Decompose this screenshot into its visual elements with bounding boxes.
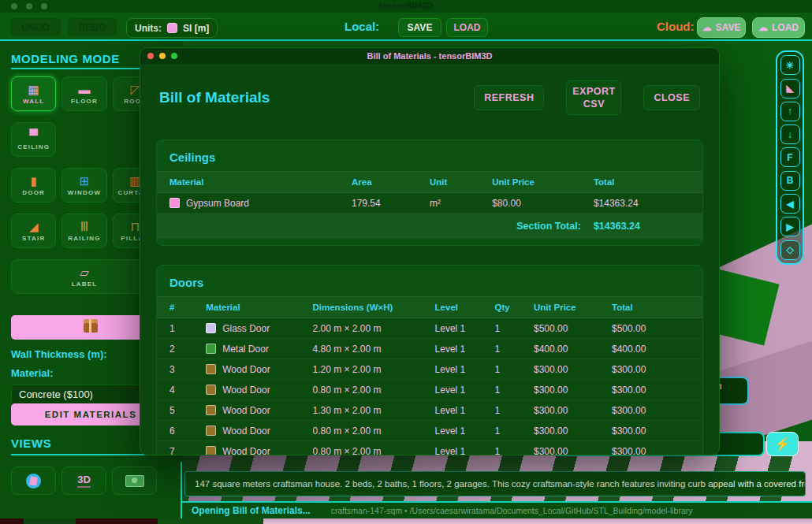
- material-swatch: [206, 405, 216, 415]
- close-button[interactable]: CLOSE: [643, 85, 700, 110]
- export-csv-button[interactable]: EXPORT CSV: [566, 80, 621, 116]
- rotate-left-button[interactable]: ◀: [780, 194, 800, 214]
- view-controls-toolbar: ☀◣↑↓FB◀▶◇: [776, 50, 804, 265]
- total-cell: $14363.24: [594, 198, 690, 209]
- material-name: Gypsum Board: [186, 198, 249, 209]
- move-down-button[interactable]: ↓: [780, 124, 800, 144]
- column-header: Material: [169, 177, 352, 187]
- tool-label: FLOOR: [71, 98, 98, 105]
- column-header: Material: [206, 303, 312, 312]
- bottom-panel: 147 square meters craftsman house. 2 bed…: [181, 462, 812, 518]
- back-view-button[interactable]: B: [780, 171, 800, 191]
- views-row: 3D: [11, 466, 157, 495]
- ceiling-icon: ▀: [29, 129, 38, 141]
- redo-button[interactable]: REDO: [67, 17, 117, 37]
- local-load-button[interactable]: LOAD: [446, 18, 488, 37]
- modal-header: Bill of Materials REFRESH EXPORT CSV CLO…: [140, 64, 719, 132]
- material-name: Wood Door: [222, 385, 270, 396]
- material-swatch: [169, 198, 180, 208]
- tool-floor[interactable]: ▬FLOOR: [61, 76, 106, 111]
- modal-actions: REFRESH EXPORT CSV CLOSE: [474, 80, 700, 116]
- modal-window-title: Bill of Materials - tensorBIM3D: [140, 51, 719, 61]
- units-label: Units:: [135, 23, 162, 34]
- tool-window[interactable]: ⊞WINDOW: [61, 168, 106, 203]
- level-cell: Level 1: [435, 385, 495, 396]
- cloud-save-button[interactable]: ☁ SAVE: [697, 17, 746, 38]
- material-swatch: [206, 446, 216, 455]
- move-up-button[interactable]: ↑: [780, 102, 800, 121]
- cost-view-button[interactable]: [112, 466, 157, 495]
- model-description: 147 square meters craftsman house. 2 bed…: [184, 471, 806, 496]
- units-checkbox[interactable]: [167, 23, 177, 33]
- app-title: tensorBIM3D: [0, 1, 812, 10]
- material-swatch: [206, 323, 216, 333]
- qty-cell: 1: [494, 364, 534, 375]
- box-icon: [84, 323, 98, 333]
- tool-wall[interactable]: ▦WALL: [11, 76, 56, 111]
- ceilings-title: Ceilings: [157, 140, 702, 171]
- material-name: Wood Door: [222, 426, 270, 437]
- level-cell: Level 1: [435, 405, 495, 416]
- doors-title: Doors: [157, 266, 702, 296]
- material-cell: Wood Door: [206, 364, 312, 375]
- tool-door[interactable]: ▮DOOR: [11, 168, 56, 203]
- tool-label: WALL: [23, 98, 44, 105]
- material-swatch: [206, 344, 216, 354]
- tool-railing[interactable]: ⅢRAILING: [61, 214, 106, 248]
- unit-price-cell: $300.00: [534, 385, 612, 396]
- sun-button[interactable]: ☀: [780, 55, 800, 75]
- pillar-icon: Π: [131, 221, 140, 232]
- status-path: craftsman-147-sqm • /Users/caesarwiratam…: [331, 506, 693, 515]
- local-label: Local:: [345, 20, 379, 33]
- unit-price-cell: $300.00: [534, 426, 612, 437]
- refresh-button[interactable]: REFRESH: [474, 85, 544, 110]
- material-cell: Wood Door: [206, 446, 312, 456]
- os-titlebar: tensorBIM3D: [0, 0, 812, 13]
- unit-price-cell: $300.00: [534, 405, 612, 416]
- table-row: 3Wood Door1.20 m × 2.00 mLevel 11$300.00…: [157, 359, 702, 380]
- qty-cell: 1: [494, 385, 534, 396]
- doors-section: Doors #MaterialDimensions (W×H)LevelQtyU…: [156, 265, 703, 455]
- local-save-button[interactable]: SAVE: [398, 18, 441, 37]
- desktop-segment: [0, 518, 24, 524]
- modal-heading: Bill of Materials: [159, 89, 270, 106]
- table-row: Gypsum Board179.54m²$80.00$14363.24: [157, 193, 702, 214]
- diamond-button[interactable]: ◇: [780, 240, 800, 260]
- ceilings-section-total-row: Section Total: $14363.24: [157, 214, 702, 239]
- table-row: 5Wood Door1.30 m × 2.00 mLevel 11$300.00…: [157, 400, 702, 421]
- section-total-label: Section Total:: [492, 221, 594, 232]
- undo-button[interactable]: UNDO: [9, 17, 61, 37]
- cloud-label: Cloud:: [657, 20, 694, 33]
- unit-price-cell: $80.00: [492, 198, 594, 209]
- table-row: 6Wood Door0.80 m × 2.00 mLevel 11$300.00…: [157, 421, 702, 441]
- wall-icon: ▦: [28, 84, 39, 95]
- tool-ceiling[interactable]: ▀CEILING: [11, 122, 56, 157]
- ceilings-table-header: MaterialAreaUnitUnit PriceTotal: [157, 171, 702, 193]
- level-cell: Level 1: [435, 446, 495, 456]
- front-view-button[interactable]: F: [780, 147, 800, 167]
- tool-label: RAILING: [68, 235, 100, 242]
- cloud-load-button[interactable]: ☁ LOAD: [752, 17, 805, 38]
- plan-view-button[interactable]: [11, 466, 56, 495]
- row-number: 5: [169, 405, 206, 416]
- tool-label[interactable]: ▱LABEL: [11, 259, 158, 294]
- material-cell: Wood Door: [206, 405, 312, 416]
- qty-cell: 1: [494, 446, 534, 456]
- cursor-button[interactable]: ◣: [780, 79, 800, 98]
- material-cell: Wood Door: [206, 426, 312, 437]
- 3d-view-button[interactable]: 3D: [61, 466, 106, 495]
- plan-view-icon: [26, 474, 41, 489]
- material-swatch: [206, 364, 216, 374]
- status-bar: Opening Bill of Materials... craftsman-1…: [182, 501, 812, 518]
- total-cell: $400.00: [612, 344, 690, 355]
- cloud-save-label: SAVE: [716, 22, 741, 33]
- material-cell: Wood Door: [206, 385, 312, 396]
- column-header: Dimensions (W×H): [312, 303, 434, 312]
- tool-stair[interactable]: ◢STAIR: [11, 214, 56, 248]
- dimensions-cell: 1.30 m × 2.00 m: [312, 405, 434, 416]
- wall-thickness-label: Wall Thickness (m):: [11, 348, 107, 360]
- ai-action-button[interactable]: ⚡: [766, 432, 799, 456]
- total-cell: $500.00: [612, 323, 690, 334]
- rotate-right-button[interactable]: ▶: [780, 217, 800, 236]
- bill-of-materials-modal: Bill of Materials - tensorBIM3D Bill of …: [140, 47, 720, 455]
